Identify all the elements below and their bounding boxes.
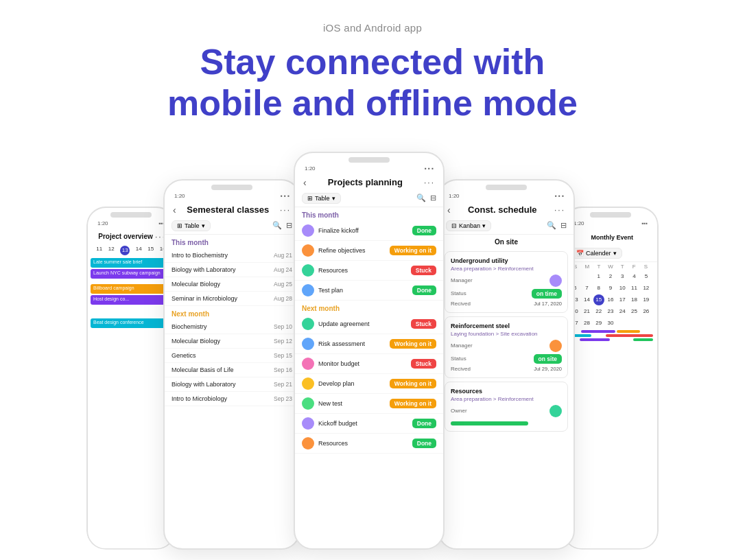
search-icon-3[interactable]: 🔍 bbox=[547, 221, 556, 230]
search-icon-2[interactable]: 🔍 bbox=[416, 194, 426, 202]
list-item: Seminar in MicrobiologyAug 28 bbox=[165, 292, 299, 306]
avatar bbox=[302, 264, 314, 277]
chevron-down-icon-3: ▾ bbox=[482, 222, 486, 229]
phone-2-section-this-month: This month bbox=[165, 235, 299, 248]
kanban-card-2: Reinforcement steel Laying foundation > … bbox=[445, 316, 568, 378]
owner-avatar-3 bbox=[549, 405, 562, 417]
phone-2-list-next-month: BiochemistrySep 10Molecular BiologySep 1… bbox=[165, 320, 299, 406]
phone-3-view-btn[interactable]: ⊞ Table ▾ bbox=[302, 193, 341, 204]
phone-2-dots: ··· bbox=[280, 205, 291, 215]
projects-item: Finalize kickoff Done bbox=[295, 221, 443, 241]
manager-avatar-2 bbox=[549, 340, 562, 352]
phone-4-title: Const. schedule bbox=[451, 205, 554, 215]
event-bar-2 bbox=[617, 330, 640, 333]
event-4: Host design co... bbox=[91, 295, 172, 305]
cal-cell: 24 bbox=[617, 306, 628, 317]
calendar-icon: 📅 bbox=[576, 250, 584, 257]
list-item: Intro to MicrobiologySep 23 bbox=[165, 392, 299, 406]
phone-5-notch bbox=[590, 212, 631, 218]
phone-2-list-this-month: Intro to BiochemistryAug 21Biology with … bbox=[165, 248, 299, 306]
cal-cell: 30 bbox=[605, 318, 616, 329]
projects-item: Kickoff budget Done bbox=[295, 414, 443, 434]
cal-cell-today: 15 bbox=[593, 294, 604, 305]
header-subtitle: iOS and Android app bbox=[0, 22, 745, 34]
chevron-down-icon-2: ▾ bbox=[332, 195, 335, 202]
phone-3-status: 1:20 ▪ ▪ ▪ bbox=[295, 163, 443, 173]
phone-4-header: ‹ Const. schedule ··· bbox=[439, 200, 573, 218]
cal-cell: 23 bbox=[605, 306, 616, 317]
progress-bar-3 bbox=[451, 421, 528, 425]
event-5: Beat design conference bbox=[91, 318, 172, 328]
list-item: GeneticsSep 15 bbox=[165, 349, 299, 363]
projects-item: Risk assessment Working on it bbox=[295, 334, 443, 354]
event-bar-5 bbox=[580, 338, 610, 341]
phone-3-dots: ··· bbox=[424, 178, 435, 187]
phone-2-title: Semesteral classes bbox=[176, 205, 280, 215]
phone-4-column-title: On site bbox=[439, 235, 573, 248]
table-icon-2: ⊞ bbox=[307, 195, 313, 202]
phone-4-notch bbox=[486, 185, 527, 190]
event-3: Billboard campaign bbox=[91, 284, 172, 294]
cal-cell: 11 bbox=[628, 283, 639, 294]
phone-3: 1:20 ▪ ▪ ▪ ‹ Projects planning ··· ⊞ Tab… bbox=[294, 152, 445, 550]
cal-cell: 16 bbox=[605, 294, 616, 305]
projects-item: Resources Stuck bbox=[295, 261, 443, 281]
phone-3-list-next-month: Update agreement Stuck Risk assessment W… bbox=[295, 314, 443, 454]
cal-cell: 9 bbox=[605, 283, 616, 294]
cal-cell: 25 bbox=[628, 306, 639, 317]
cal-cell: 4 bbox=[628, 271, 639, 282]
phone-2-view-btn[interactable]: ⊞ Table ▾ bbox=[172, 220, 211, 231]
filter-icon-3[interactable]: ⊟ bbox=[560, 221, 567, 230]
cal-cell: 5 bbox=[641, 271, 652, 282]
cal-cell: 17 bbox=[617, 294, 628, 305]
phone-2-status: 1:20 ▪ ▪ ▪ bbox=[165, 190, 299, 200]
list-item: Biology with LaboratorySep 21 bbox=[165, 377, 299, 392]
list-item: Intro to BiochemistryAug 21 bbox=[165, 248, 299, 263]
event-bar-4 bbox=[606, 334, 653, 337]
phone-1-status: 1:20 ▪▪▪ bbox=[88, 218, 174, 228]
table-icon: ⊞ bbox=[177, 222, 182, 229]
projects-item: Refine objectives Working on it bbox=[295, 241, 443, 261]
cal-cell: 12 bbox=[641, 283, 652, 294]
avatar bbox=[302, 358, 314, 370]
manager-avatar-1 bbox=[549, 275, 562, 287]
phone-1-header: Project overview ··· bbox=[88, 228, 174, 244]
cal-cell: 7 bbox=[581, 283, 592, 294]
phone-4-dots: ··· bbox=[554, 205, 565, 215]
avatar bbox=[302, 224, 314, 237]
phone-5-view-btn[interactable]: 📅 Calender ▾ bbox=[571, 248, 622, 259]
projects-item: Test plan Done bbox=[295, 281, 443, 301]
phones-container: 1:20 ▪▪▪ Project overview ··· 11 12 13 1… bbox=[0, 138, 745, 550]
cal-cell bbox=[581, 271, 592, 282]
event-bar-1 bbox=[581, 330, 616, 333]
avatar bbox=[302, 318, 314, 330]
phone-1-day-row: 11 12 13 14 15 16 bbox=[88, 244, 174, 257]
cal-cell: 1 bbox=[593, 271, 604, 282]
phone-5-toolbar: 📅 Calender ▾ bbox=[564, 246, 657, 262]
phone-3-toolbar: ⊞ Table ▾ 🔍 ⊟ bbox=[295, 191, 443, 207]
cal-cell: 19 bbox=[641, 294, 652, 305]
avatar bbox=[302, 284, 314, 296]
phone-3-list-this-month: Finalize kickoff Done Refine objectives … bbox=[295, 221, 443, 301]
phone-2: 1:20 ▪ ▪ ▪ ‹ Semesteral classes ··· ⊞ Ta… bbox=[163, 179, 300, 550]
chevron-down-icon-4: ▾ bbox=[613, 250, 617, 257]
phone-4-toolbar: ⊟ Kanban ▾ 🔍 ⊟ bbox=[439, 218, 573, 235]
phone-4-view-btn[interactable]: ⊟ Kanban ▾ bbox=[446, 220, 491, 231]
header-title-line2: mobile and offline mode bbox=[167, 83, 578, 123]
kanban-card-1: Underground utility Area preparation > R… bbox=[445, 251, 568, 313]
phone-5-status: 1:20 ▪▪▪ bbox=[564, 218, 657, 228]
page-header: iOS and Android app Stay connected with … bbox=[0, 0, 745, 138]
cal-cell bbox=[628, 318, 639, 329]
search-icon[interactable]: 🔍 bbox=[272, 221, 282, 230]
projects-item: Resources Done bbox=[295, 434, 443, 454]
phone-5: 1:20 ▪▪▪ ‹ Monthly Event 📅 Calender ▾ S … bbox=[563, 207, 659, 550]
phone-3-section-this-month: This month bbox=[295, 207, 443, 221]
filter-icon-2[interactable]: ⊟ bbox=[430, 194, 436, 202]
header-title: Stay connected with mobile and offline m… bbox=[0, 42, 745, 124]
phone-3-title: Projects planning bbox=[307, 177, 424, 187]
filter-icon[interactable]: ⊟ bbox=[286, 221, 292, 230]
cal-cell: 3 bbox=[617, 271, 628, 282]
cal-cell: 14 bbox=[581, 294, 592, 305]
event-bar-6 bbox=[633, 338, 654, 341]
phone-5-title: Monthly Event bbox=[576, 234, 649, 241]
